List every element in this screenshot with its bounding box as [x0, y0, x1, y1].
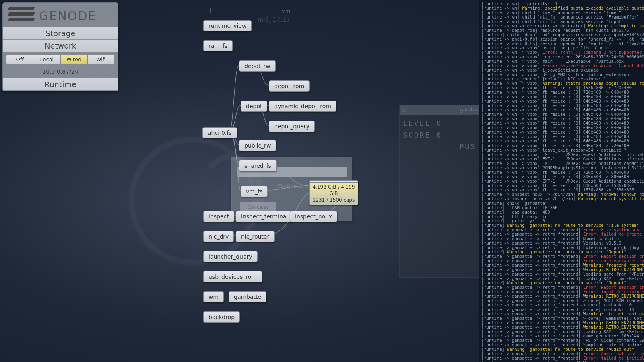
network-mode-segmented: Off Local Wired Wifi: [3, 52, 118, 67]
clock: mié, 17:27: [258, 16, 290, 23]
vm-resource-popup: 4.198 GiB / 4.199 GiB 1231 / 1500 caps: [309, 182, 358, 205]
log-line: [runtime -> vm -> vbox] EMT-1 VMDev: Gue…: [481, 161, 642, 166]
node-nic-router[interactable]: nic_router: [236, 231, 275, 242]
node-depot-rom[interactable]: depot_rom: [269, 80, 310, 92]
net-wired-button[interactable]: Wired: [61, 54, 88, 64]
node-shared-fs[interactable]: shared_fs: [239, 160, 277, 171]
log-line: [runtime -> vm -> vbox] fb resize : [0] …: [481, 183, 642, 188]
node-inspect-terminal[interactable]: inspect_terminal: [236, 211, 293, 222]
log-line: [runtime -> vm -> vbox] leave_exit_reaso…: [481, 148, 642, 152]
node-depot-rw[interactable]: depot_rw: [239, 60, 276, 72]
window-title-vm: vm: [282, 8, 291, 14]
node-vm-fs[interactable]: vm_fs: [241, 186, 268, 197]
genode-logo-icon: [8, 7, 34, 25]
section-storage[interactable]: Storage: [3, 27, 118, 39]
net-wifi-button[interactable]: Wifi: [88, 54, 115, 64]
section-runtime[interactable]: Runtime: [3, 78, 118, 91]
gambatte-screen: LEVEL 0 SCORE 0 PUS: [400, 115, 479, 277]
node-inspect[interactable]: inspect: [203, 211, 234, 222]
log-line: [runtime -> vm -> vbox] PGMR3MappingsSiz…: [481, 166, 642, 170]
node-wm[interactable]: wm: [203, 291, 224, 302]
gambatte-window[interactable]: gamba LEVEL 0 SCORE 0 PUS: [399, 105, 480, 278]
net-off-button[interactable]: Off: [6, 54, 33, 64]
log-terminal[interactable]: [runtime -> vm] priority: 1[runtime -> v…: [479, 0, 644, 362]
log-line: [runtime -> vm -> vbox] fb resize : [0] …: [481, 175, 642, 179]
vm-ram-usage: 4.198 GiB / 4.199 GiB: [311, 184, 356, 197]
node-public-rw[interactable]: public_rw: [239, 140, 276, 151]
ip-address: 10.0.0.87/24: [3, 67, 118, 78]
gambatte-titlebar[interactable]: gamba: [400, 105, 479, 115]
node-ram-fs[interactable]: ram_fs: [203, 40, 233, 51]
net-local-button[interactable]: Local: [33, 54, 60, 64]
control-panel: GENODE Storage Network Off Local Wired W…: [2, 2, 118, 91]
node-depot[interactable]: depot: [241, 101, 267, 112]
log-line: [runtime -> vm -> vbox] fb resize : [0] …: [481, 139, 642, 143]
log-line: [runtime -> vm -> vbox] EMT-1 VMDev: Gue…: [481, 179, 642, 183]
runtime-graph: vm mié, 17:27 Cancelar Escribe tu c... r…: [117, 0, 439, 362]
node-nic-drv[interactable]: nic_drv: [203, 231, 234, 242]
node-usb-devices-rom[interactable]: usb_devices_rom: [203, 271, 262, 282]
log-line: [runtime -> vm -> vbox] fb resize : [0] …: [481, 170, 642, 175]
node-backdrop[interactable]: backdrop: [203, 311, 240, 323]
vm-caps-usage: 1231 / 1500 caps: [311, 197, 356, 203]
log-line: [runtime -> vm -> vbox] EMT-1 VMDev: Gue…: [481, 152, 642, 157]
log-line: [runtime -> gambatte -> retro_frontend] …: [481, 360, 642, 362]
section-network: Network: [3, 39, 118, 52]
gambatte-title: gamba: [460, 107, 477, 113]
node-gambatte[interactable]: gambatte: [229, 291, 266, 302]
node-inspect-noux[interactable]: inspect_noux: [290, 211, 337, 222]
node-runtime-view[interactable]: runtime_view: [203, 20, 252, 31]
node-dynamic-depot-rom[interactable]: dynamic_depot_rom: [269, 101, 336, 112]
log-line: [runtime -> vm -> vbox] fb resize : [0] …: [481, 144, 642, 148]
window-minimize-icon[interactable]: [210, 8, 215, 13]
close-icon[interactable]: [402, 108, 406, 112]
password-hint-ghost: Escribe tu c...: [278, 183, 314, 189]
node-depot-query[interactable]: depot_query: [269, 121, 315, 132]
brand-row: GENODE: [3, 3, 118, 27]
node-ahci-0.fs[interactable]: ahci-0.fs: [202, 127, 237, 138]
log-line: [runtime -> vm -> vbox] EMT-1 VMDev: Gue…: [481, 157, 642, 161]
node-launcher-query[interactable]: launcher_query: [203, 251, 258, 262]
brand-name: GENODE: [39, 9, 96, 23]
